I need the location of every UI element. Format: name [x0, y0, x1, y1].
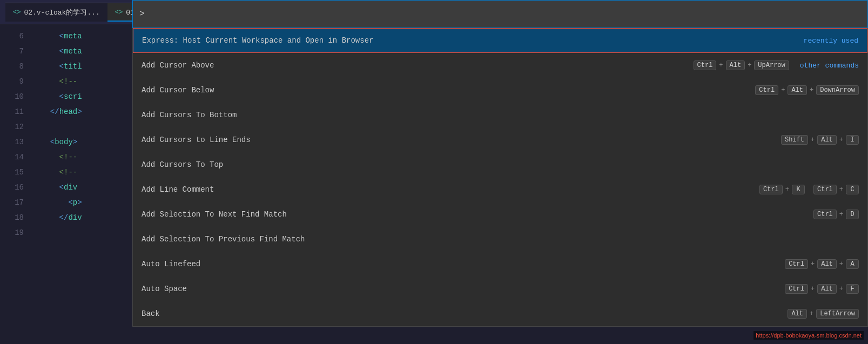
command-item-add-cursor-below-label: Add Cursor Below	[142, 86, 755, 95]
plus12: +	[811, 285, 815, 293]
line-num: 15	[0, 165, 24, 180]
command-item-add-cursors-line-ends[interactable]: Add Cursors to Line Ends Shift + Alt + I	[133, 127, 867, 152]
line-num: 10	[0, 89, 24, 104]
command-item-express-right: recently used	[804, 37, 858, 45]
kbd-uparrow: UpArrow	[754, 60, 789, 70]
tab-1-label: 02.v-cloak的学习...	[24, 8, 99, 17]
command-item-add-cursor-above-label: Add Cursor Above	[142, 61, 694, 70]
command-item-add-line-comment[interactable]: Add Line Comment Ctrl + K Ctrl + C	[133, 177, 867, 202]
plus13: +	[839, 285, 843, 293]
command-item-add-selection-next[interactable]: Add Selection To Next Find Match Ctrl + …	[133, 202, 867, 227]
plus2: +	[748, 62, 751, 69]
plus5: +	[811, 136, 815, 144]
line-num: 16	[0, 180, 24, 195]
kbd-alt2: Alt	[788, 85, 807, 95]
command-item-auto-linefeed-right: Ctrl + Alt + A	[785, 259, 859, 269]
command-dropdown: Express: Host Current Workspace and Open…	[132, 28, 868, 327]
kbd-ctrl6: Ctrl	[785, 259, 808, 269]
kbd-c: C	[846, 185, 859, 194]
command-item-auto-linefeed-label: Auto Linefeed	[142, 260, 785, 268]
file-icon-2: <>	[115, 9, 123, 16]
kbd-a: A	[846, 259, 859, 269]
kbd-k: K	[792, 185, 805, 194]
watermark: https://dpb-bobokaoya-sm.blog.csdn.net	[753, 331, 864, 340]
kbd-downarrow: DownArrow	[816, 85, 859, 95]
kbd-ctrl: Ctrl	[694, 60, 717, 70]
command-item-add-cursors-line-ends-right: Shift + Alt + I	[781, 135, 859, 145]
kbd-alt3: Alt	[817, 135, 837, 145]
kbd-i: I	[846, 135, 859, 145]
kbd-alt5: Alt	[817, 284, 837, 294]
command-item-back[interactable]: Back Alt + LeftArrow	[133, 301, 867, 326]
command-item-add-cursors-top-label: Add Cursors To Top	[142, 160, 859, 169]
kbd-alt4: Alt	[817, 259, 837, 269]
tab-1[interactable]: <> 02.v-cloak的学习...	[5, 3, 107, 22]
line-num: 8	[0, 59, 24, 74]
command-item-add-selection-next-right: Ctrl + D	[813, 210, 859, 219]
line-num: 11	[0, 104, 24, 119]
command-item-add-selection-prev[interactable]: Add Selection To Previous Find Match	[133, 227, 867, 252]
command-item-add-cursors-bottom[interactable]: Add Cursors To Bottom	[133, 103, 867, 127]
command-item-express-label: Express: Host Current Workspace and Open…	[142, 36, 804, 45]
plus6: +	[839, 136, 843, 144]
line-num: 17	[0, 195, 24, 210]
file-icon-1: <>	[13, 9, 21, 16]
command-item-add-selection-next-label: Add Selection To Next Find Match	[142, 210, 813, 219]
kbd-ctrl7: Ctrl	[785, 284, 808, 294]
line-num: 12	[0, 119, 24, 134]
plus14: +	[810, 310, 813, 318]
plus3: +	[781, 86, 785, 94]
command-item-add-line-comment-right: Ctrl + K Ctrl + C	[759, 185, 859, 194]
line-num: 13	[0, 134, 24, 150]
kbd-shift: Shift	[781, 135, 808, 145]
line-num: 14	[0, 150, 24, 165]
line-num: 19	[0, 225, 24, 240]
kbd-leftarrow: LeftArrow	[816, 309, 859, 319]
command-input-box	[132, 0, 868, 28]
plus1: +	[719, 62, 723, 69]
command-item-add-cursor-below[interactable]: Add Cursor Below Ctrl + Alt + DownArrow	[133, 78, 867, 103]
command-item-back-right: Alt + LeftArrow	[788, 309, 859, 319]
other-commands-badge: other commands	[800, 62, 859, 70]
command-item-auto-space-label: Auto Space	[142, 285, 785, 293]
plus8: +	[839, 186, 843, 193]
plus10: +	[811, 260, 815, 268]
command-item-back-label: Back	[142, 309, 788, 318]
command-item-auto-space-right: Ctrl + Alt + F	[785, 284, 859, 294]
line-numbers: 6 7 8 9 10 11 12 13 14 15 16 17 18 19	[0, 24, 32, 344]
kbd-ctrl3: Ctrl	[759, 185, 783, 194]
command-item-add-selection-prev-label: Add Selection To Previous Find Match	[142, 235, 859, 244]
plus4: +	[810, 86, 813, 94]
command-input[interactable]	[139, 9, 861, 19]
command-item-add-cursors-bottom-label: Add Cursors To Bottom	[142, 111, 859, 119]
kbd-f: F	[846, 284, 859, 294]
kbd-d: D	[846, 210, 859, 219]
kbd-ctrl2: Ctrl	[755, 85, 778, 95]
recently-used-badge: recently used	[804, 37, 858, 45]
line-num: 9	[0, 74, 24, 89]
command-item-add-cursor-above[interactable]: Add Cursor Above Ctrl + Alt + UpArrow ot…	[133, 53, 867, 78]
command-item-add-cursor-above-right: Ctrl + Alt + UpArrow other commands	[694, 60, 859, 70]
command-item-express[interactable]: Express: Host Current Workspace and Open…	[133, 28, 867, 53]
line-num: 7	[0, 44, 24, 59]
command-item-add-line-comment-label: Add Line Comment	[142, 185, 759, 194]
kbd-alt6: Alt	[788, 309, 807, 319]
command-item-auto-linefeed[interactable]: Auto Linefeed Ctrl + Alt + A	[133, 252, 867, 276]
command-item-add-cursors-line-ends-label: Add Cursors to Line Ends	[142, 136, 781, 144]
kbd-alt: Alt	[726, 60, 745, 70]
command-item-add-cursor-below-right: Ctrl + Alt + DownArrow	[755, 85, 859, 95]
command-item-add-cursors-top[interactable]: Add Cursors To Top	[133, 152, 867, 177]
kbd-ctrl5: Ctrl	[813, 210, 837, 219]
plus11: +	[839, 260, 843, 268]
command-item-auto-space[interactable]: Auto Space Ctrl + Alt + F	[133, 276, 867, 301]
plus7: +	[785, 186, 789, 193]
line-num: 18	[0, 210, 24, 225]
kbd-ctrl4: Ctrl	[813, 185, 837, 194]
line-num: 6	[0, 29, 24, 44]
plus9: +	[839, 211, 843, 218]
command-palette: Express: Host Current Workspace and Open…	[132, 0, 868, 327]
